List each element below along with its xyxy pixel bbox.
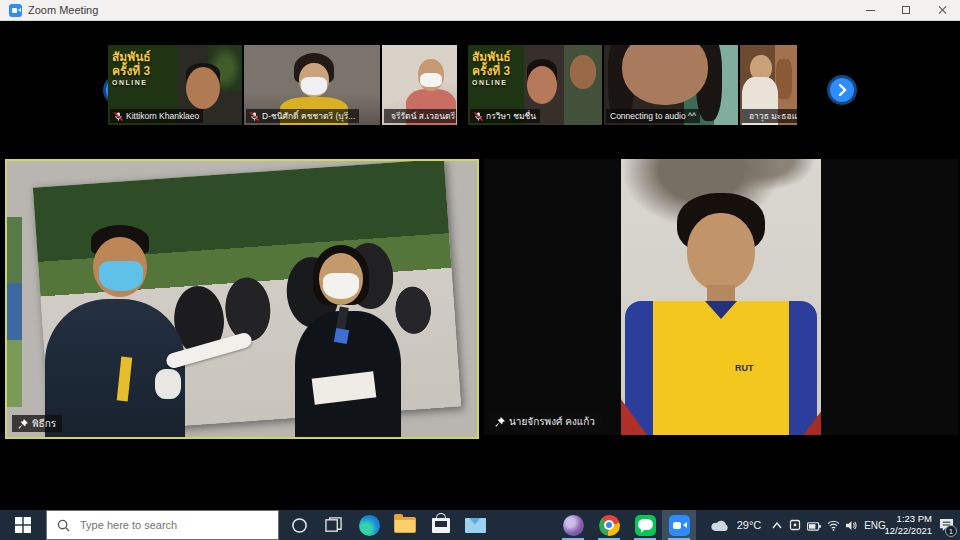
windows-logo-icon [15, 517, 31, 533]
poster-text: สัมพันธ์ ครั้งที่ 3 ONLINE [112, 50, 151, 87]
participant-thumbnail[interactable]: D-ชนิศักดิ์ คชชาตรี (บุรี... [244, 45, 380, 125]
window-title: Zoom Meeting [28, 4, 98, 16]
video-art [420, 73, 442, 87]
battery-tray-button[interactable] [804, 510, 824, 540]
zoom-app-button[interactable] [662, 510, 696, 540]
window-controls [852, 0, 960, 20]
next-participants-button[interactable] [827, 75, 857, 105]
mail-button[interactable] [458, 510, 492, 540]
microsoft-store-icon [432, 518, 450, 533]
speaker-icon [845, 520, 857, 531]
tray-date: 12/22/2021 [884, 525, 932, 537]
main-video-active-speaker[interactable]: พิธีกร [5, 159, 479, 439]
video-art [687, 213, 755, 291]
maximize-icon [902, 6, 910, 14]
participant-thumbnail[interactable]: สัมพันธ์ ครั้งที่ 3 ONLINE Kittikorn Kha… [108, 45, 242, 125]
video-art [334, 328, 349, 344]
participant-name-label: D-ชนิศักดิ์ คชชาตรี (บุรี... [246, 109, 359, 123]
participant-name-label: นายจักรพงศ์ คงแก้ว [489, 413, 601, 430]
video-art [527, 66, 557, 104]
cortana-icon [291, 517, 308, 534]
close-button[interactable] [924, 0, 960, 20]
video-art [186, 67, 220, 109]
muted-mic-icon [250, 112, 259, 121]
file-explorer-icon [394, 517, 416, 533]
shirt-logo-text: RUT [735, 363, 754, 373]
chevron-up-icon [772, 522, 782, 529]
pin-icon [18, 419, 28, 429]
minimize-button[interactable] [852, 0, 888, 20]
participant-name-label: Kittikorn Khanklaeo [110, 109, 203, 123]
battery-icon [807, 520, 822, 531]
video-art [776, 59, 792, 99]
video-art [323, 273, 359, 299]
video-art [7, 217, 22, 407]
line-app-icon [635, 515, 656, 536]
video-art [155, 369, 181, 399]
chrome-icon [599, 515, 620, 536]
participant-thumbnail[interactable]: สัมพันธ์ ครั้งที่ 3 ONLINE กรวิษา ชมชื่น [468, 45, 602, 125]
participant-thumbnail[interactable]: จรีรัตน์ ส.เวอนตรี [382, 45, 457, 125]
search-input[interactable] [78, 518, 262, 532]
close-icon [937, 5, 947, 15]
maximize-button[interactable] [888, 0, 924, 20]
zoom-app-taskbar-icon [669, 515, 690, 536]
taskbar-search[interactable] [46, 510, 279, 540]
video-art [570, 55, 596, 89]
weather-widget[interactable] [708, 510, 732, 540]
temperature-label[interactable]: 29°C [732, 510, 766, 540]
search-icon [57, 519, 70, 532]
clock[interactable]: 1:23 PM 12/22/2021 [884, 510, 932, 540]
edge-button[interactable] [352, 510, 386, 540]
task-view-button[interactable] [316, 510, 350, 540]
participant-name-label: Connecting to audio ^^ [606, 109, 700, 123]
muted-mic-icon [474, 112, 483, 121]
participant-thumbnail[interactable]: Connecting to audio ^^ [604, 45, 738, 125]
line-app-button[interactable] [628, 510, 662, 540]
poster-text: สัมพันธ์ ครั้งที่ 3 ONLINE [472, 50, 511, 87]
task-view-icon [325, 517, 342, 534]
chrome-button[interactable] [592, 510, 626, 540]
notification-badge: 1 [945, 525, 957, 537]
zoom-meeting-window: Zoom Meeting สัมพันธ์ ครั้งที่ 3 ONLINE … [0, 0, 960, 540]
mail-icon [465, 518, 486, 533]
purple-app-icon [563, 515, 584, 536]
security-tray-button[interactable] [786, 510, 804, 540]
action-center-button[interactable]: 1 [934, 510, 958, 540]
video-art [99, 261, 143, 291]
cloud-icon [711, 519, 729, 532]
start-button[interactable] [0, 510, 46, 540]
video-art: RUT [621, 159, 821, 435]
show-hidden-icons-button[interactable] [768, 510, 786, 540]
wifi-tray-button[interactable] [824, 510, 842, 540]
windows-taskbar: 29°C ENG 1:23 PM 12/22/2021 [0, 510, 960, 540]
volume-tray-button[interactable] [842, 510, 860, 540]
edge-icon [359, 515, 380, 536]
participant-name-label: อาวุธ มะธอแม [742, 109, 797, 123]
participant-thumbnail[interactable]: อาวุธ มะธอแม [740, 45, 797, 125]
video-art [301, 77, 327, 95]
microsoft-store-button[interactable] [424, 510, 458, 540]
video-art [625, 301, 817, 435]
cortana-button[interactable] [282, 510, 316, 540]
purple-app-button[interactable] [556, 510, 590, 540]
zoom-app-icon [9, 4, 22, 17]
participant-name-label: พิธีกร [12, 415, 62, 432]
tray-time: 1:23 PM [897, 513, 932, 525]
security-icon [789, 519, 801, 531]
minimize-icon [866, 10, 875, 11]
chevron-right-icon [837, 84, 847, 96]
file-explorer-button[interactable] [388, 510, 422, 540]
participant-name-label: จรีรัตน์ ส.เวอนตรี [384, 109, 456, 123]
muted-mic-icon [114, 112, 123, 121]
title-bar: Zoom Meeting [0, 0, 960, 21]
main-video-participant[interactable]: RUT นายจักรพงศ์ คงแก้ว [484, 159, 958, 435]
participant-name-label: กรวิษา ชมชื่น [470, 109, 540, 123]
pin-icon [495, 417, 505, 427]
video-art [705, 301, 737, 319]
wifi-icon [827, 520, 840, 531]
